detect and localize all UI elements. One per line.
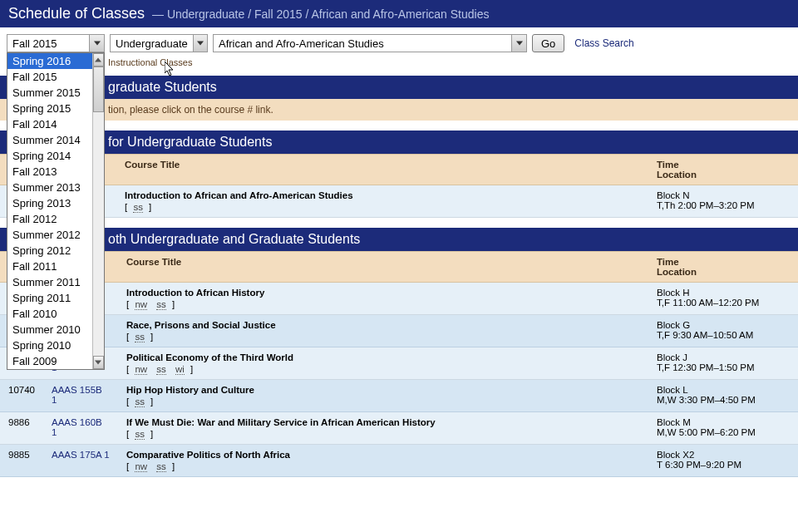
course-link[interactable]: AAAS 160B 1 [52,417,102,437]
term-select[interactable]: Fall 2015 [7,34,105,52]
section-header-2: for Undergraduate Students [0,131,798,154]
class-search-link[interactable]: Class Search [574,37,633,49]
go-button[interactable]: Go [532,34,564,52]
table-row: 10732AAAS 118B 1Race, Prisons and Social… [0,315,798,347]
scroll-thumb[interactable] [93,66,104,112]
table-row: 9885AAAS 175A 1Comparative Politics of N… [0,445,798,477]
term-dropdown-list[interactable]: Spring 2016Fall 2015Summer 2015Spring 20… [7,52,105,370]
course-tag[interactable]: nw [135,461,147,472]
course-title: Comparative Politics of North Africa [126,450,290,460]
scroll-down-icon[interactable] [93,356,104,369]
course-tag[interactable]: ss [133,202,143,213]
table-row: Introduction to African History[ nw ss ]… [0,283,798,315]
col-time: TimeLocation [648,252,798,283]
course-tag[interactable]: ss [156,299,166,310]
course-title: Political Economy of the Third World [126,352,293,362]
dept-select[interactable]: African and Afro-American Studies [213,34,527,52]
term-option[interactable]: Summer 2010 [7,322,92,337]
course-tag[interactable]: nw [135,364,147,375]
term-option[interactable]: Summer 2013 [7,180,92,195]
term-option[interactable]: Spring 2010 [7,337,92,353]
filter-controls: Fall 2015 Undergraduate African and Afro… [0,27,798,56]
table-row: 9886AAAS 160B 1If We Must Die: War and M… [0,412,798,445]
section-header-1: graduate Students [0,76,798,99]
breadcrumb: Undergraduate / Fall 2015 / African and … [167,7,490,21]
instructional-label: Instructional Classes [0,56,798,76]
term-option[interactable]: Fall 2015 [7,69,92,85]
course-tag[interactable]: ss [135,332,145,342]
scroll-up-icon[interactable] [93,53,104,66]
classes-table-2: Course Title TimeLocation Introduction t… [0,154,798,218]
time-cell: Block JT,F 12:30 PM–1:50 PM [648,347,798,380]
term-option[interactable]: Summer 2014 [7,132,92,148]
course-tag[interactable]: ss [156,364,166,375]
class-id: 10740 [0,380,43,412]
col-title: Course Title [118,252,648,283]
term-option[interactable]: Summer 2012 [7,227,92,243]
course-link[interactable]: AAAS 155B 1 [52,385,102,405]
term-option[interactable]: Fall 2014 [7,116,92,132]
table-row: 6552AAAS 126B 1Political Economy of the … [0,347,798,380]
section-info-1: tion, please click on the course # link. [0,99,798,121]
term-option[interactable]: Fall 2010 [7,306,92,322]
course-title: Hip Hop History and Culture [126,385,254,395]
col-title: Course Title [116,155,648,185]
time-cell: Block GT,F 9:30 AM–10:50 AM [648,315,798,347]
term-option[interactable]: Spring 2015 [7,101,92,116]
table-row: Introduction to African and Afro-America… [0,185,798,218]
course-title: Introduction to African History [126,288,264,298]
chevron-down-icon[interactable] [511,35,526,52]
section-header-3: oth Undergraduate and Graduate Students [0,228,798,251]
course-tag[interactable]: ss [135,397,145,407]
course-tag[interactable]: ss [135,429,145,440]
term-option[interactable]: Fall 2013 [7,164,92,180]
chevron-down-icon[interactable] [193,35,207,52]
classes-table-3: Course Title TimeLocation Introduction t… [0,251,798,477]
term-option[interactable]: Summer 2015 [7,85,92,101]
term-option[interactable]: Summer 2011 [7,274,92,290]
time-cell: Block X2T 6:30 PM–9:20 PM [648,445,798,477]
course-link[interactable]: AAAS 175A 1 [52,450,110,460]
page-title: Schedule of Classes [8,5,145,22]
page-title-bar: Schedule of Classes — Undergraduate / Fa… [0,0,798,27]
course-title: Introduction to African and Afro-America… [125,190,353,200]
course-tag[interactable]: ss [156,461,166,472]
class-id: 9885 [0,445,43,477]
chevron-down-icon[interactable] [89,35,104,52]
term-option[interactable]: Spring 2013 [7,195,92,211]
level-select[interactable]: Undergraduate [110,34,208,52]
term-option[interactable]: Spring 2012 [7,243,92,259]
term-option[interactable]: Fall 2011 [7,259,92,274]
col-time: TimeLocation [648,155,798,185]
term-option[interactable]: Fall 2009 [7,353,92,369]
term-option[interactable]: Spring 2014 [7,148,92,164]
term-option[interactable]: Spring 2016 [7,53,92,69]
term-option[interactable]: Spring 2011 [7,290,92,306]
time-cell: Block LM,W 3:30 PM–4:50 PM [648,380,798,412]
time-cell: Block NT,Th 2:00 PM–3:20 PM [648,185,798,218]
scrollbar[interactable] [92,53,104,369]
course-tag[interactable]: wi [175,364,185,375]
course-title: If We Must Die: War and Military Service… [126,417,436,427]
time-cell: Block MM,W 5:00 PM–6:20 PM [648,412,798,445]
table-row: 10740AAAS 155B 1Hip Hop History and Cult… [0,380,798,412]
term-option[interactable]: Fall 2012 [7,211,92,227]
class-id: 9886 [0,412,43,445]
course-title: Race, Prisons and Social Justice [126,320,276,330]
time-cell: Block HT,F 11:00 AM–12:20 PM [648,283,798,315]
course-tag[interactable]: nw [135,299,147,310]
